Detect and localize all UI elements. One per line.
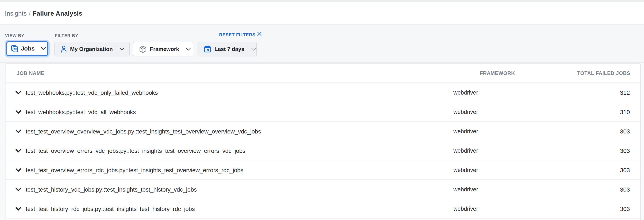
table-row[interactable]: test_test_overview_errors_vdc_jobs.py::t… xyxy=(6,141,640,160)
total-failed-jobs-value: 303 xyxy=(620,128,630,134)
failure-analysis-page: Insights / Failure Analysis VIEW BY FILT… xyxy=(0,0,644,220)
failed-jobs-table: JOB NAME FRAMEWORK TOTAL FAILED JOBS tes… xyxy=(5,63,641,220)
breadcrumb: Insights / Failure Analysis xyxy=(0,2,644,25)
framework-filter-value: Framework xyxy=(150,46,179,52)
framework-value: webdriver xyxy=(454,89,478,96)
expand-row-chevron-icon[interactable] xyxy=(15,91,22,94)
organization-filter-value: My Organization xyxy=(70,46,113,52)
framework-value: webdriver xyxy=(454,109,478,115)
expand-row-chevron-icon[interactable] xyxy=(15,168,22,172)
table-row[interactable]: test_test_history_vdc_jobs.py::test_insi… xyxy=(6,180,640,199)
total-failed-jobs-value: 310 xyxy=(620,109,630,115)
framework-value: webdriver xyxy=(454,186,478,192)
job-name: test_test_history_rdc_jobs.py::test_insi… xyxy=(26,205,195,212)
expand-row-chevron-icon[interactable] xyxy=(15,110,22,114)
x-icon xyxy=(257,32,262,37)
top-divider xyxy=(0,0,644,2)
table-row[interactable]: test_test_overview_errors_rdc_jobs.py::t… xyxy=(6,160,640,180)
total-failed-jobs-value: 303 xyxy=(620,147,630,154)
reset-filters-label: RESET FILTERS xyxy=(219,32,256,37)
column-header-job-name: JOB NAME xyxy=(17,70,44,76)
framework-value: webdriver xyxy=(454,147,478,154)
framework-filter-dropdown[interactable]: Framework xyxy=(133,42,193,56)
package-icon xyxy=(139,45,146,53)
column-header-total-failed-jobs: TOTAL FAILED JOBS xyxy=(577,70,630,76)
user-icon xyxy=(61,45,67,53)
total-failed-jobs-value: 303 xyxy=(620,186,630,193)
framework-value: webdriver xyxy=(454,206,478,212)
organization-filter-dropdown[interactable]: My Organization xyxy=(54,42,130,56)
chevron-down-icon xyxy=(251,47,256,51)
calendar-icon xyxy=(204,45,211,53)
expand-row-chevron-icon[interactable] xyxy=(15,187,22,191)
job-name: test_test_overview_errors_rdc_jobs.py::t… xyxy=(26,167,243,173)
total-failed-jobs-value: 303 xyxy=(620,205,630,212)
view-by-jobs-dropdown[interactable]: Jobs xyxy=(6,41,48,56)
filter-toolbar: VIEW BY FILTER BY RESET FILTERS Jobs xyxy=(0,25,644,63)
total-failed-jobs-value: 312 xyxy=(620,89,630,96)
expand-row-chevron-icon[interactable] xyxy=(15,149,22,152)
table-row[interactable]: test_webhooks.py::test_vdc_only_failed_w… xyxy=(6,83,640,102)
framework-value: webdriver xyxy=(454,167,478,173)
breadcrumb-insights-link[interactable]: Insights xyxy=(5,9,26,17)
column-header-framework: FRAMEWORK xyxy=(480,70,515,76)
view-by-value: Jobs xyxy=(21,45,34,52)
job-name: test_webhooks.py::test_vdc_only_failed_w… xyxy=(26,89,158,96)
filter-by-label: FILTER BY xyxy=(55,33,78,38)
expand-row-chevron-icon[interactable] xyxy=(15,207,22,211)
table-row-partial xyxy=(6,219,640,220)
expand-row-chevron-icon[interactable] xyxy=(15,129,22,133)
chevron-down-icon xyxy=(120,47,124,51)
job-name: test_test_overview_overview_vdc_jobs.py:… xyxy=(26,128,261,134)
framework-value: webdriver xyxy=(454,128,478,134)
view-by-label: VIEW BY xyxy=(5,33,24,38)
chevron-down-icon xyxy=(186,47,191,51)
job-name: test_test_overview_errors_vdc_jobs.py::t… xyxy=(26,147,245,154)
jobs-checklist-icon xyxy=(11,45,18,52)
reset-filters-button[interactable]: RESET FILTERS xyxy=(219,32,262,37)
table-row[interactable]: test_webhooks.py::test_vdc_all_webhooks … xyxy=(6,102,640,122)
job-name: test_test_history_vdc_jobs.py::test_insi… xyxy=(26,186,197,193)
table-row[interactable]: test_test_history_rdc_jobs.py::test_insi… xyxy=(6,199,640,219)
table-row[interactable]: test_test_overview_overview_vdc_jobs.py:… xyxy=(6,122,640,141)
page-title: Failure Analysis xyxy=(33,9,82,17)
total-failed-jobs-value: 303 xyxy=(620,167,630,173)
chevron-down-icon xyxy=(40,47,46,50)
date-range-filter-dropdown[interactable]: Last 7 days xyxy=(198,42,257,56)
breadcrumb-separator: / xyxy=(29,9,30,17)
date-range-filter-value: Last 7 days xyxy=(214,46,244,52)
job-name: test_webhooks.py::test_vdc_all_webhooks xyxy=(26,109,136,115)
table-header-row: JOB NAME FRAMEWORK TOTAL FAILED JOBS xyxy=(6,64,640,83)
page-content: JOB NAME FRAMEWORK TOTAL FAILED JOBS tes… xyxy=(0,63,644,220)
